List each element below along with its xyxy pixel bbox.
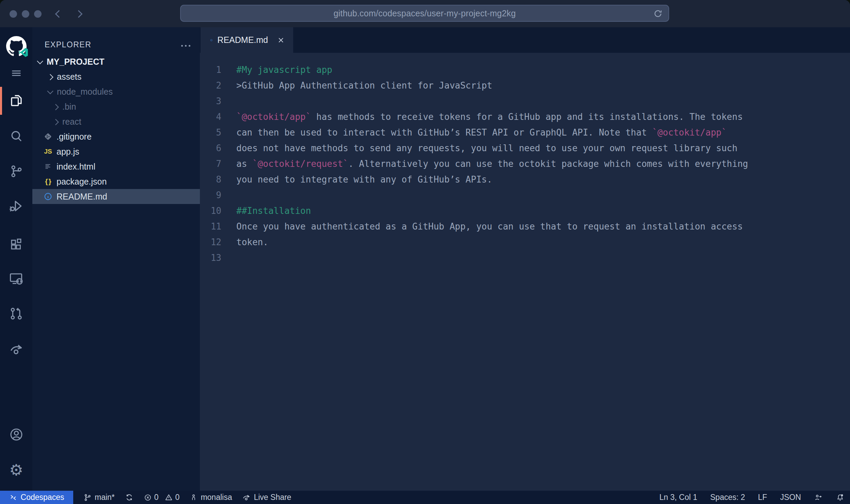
code-line: 13 (200, 250, 850, 266)
line-number: 5 (200, 125, 221, 140)
language-mode[interactable]: JSON (780, 493, 801, 502)
json-file-icon: { } (44, 177, 52, 186)
notifications-button[interactable] (836, 493, 845, 502)
feedback-person-icon (814, 493, 823, 502)
code-line: 2>GitHub App Authentication client for J… (200, 78, 850, 93)
code-text: token. (236, 237, 268, 247)
settings-gear-icon[interactable]: ⚙ (0, 460, 32, 479)
feedback-button[interactable] (814, 493, 823, 502)
sync-button[interactable] (125, 493, 133, 502)
browser-chrome: github.com/codespaces/user-my-project-mg… (0, 0, 850, 27)
tab-bar: README.md (200, 27, 850, 53)
live-share-icon[interactable] (0, 340, 32, 359)
tab-readme-md[interactable]: README.md (201, 27, 293, 53)
url-text: github.com/codespaces/user-my-project-mg… (333, 9, 516, 18)
tree-folder-react[interactable]: react (32, 114, 200, 129)
code-line: 8you need to integrate with any of GitHu… (200, 172, 850, 187)
sidebar-header: EXPLORER (32, 27, 200, 54)
code-text: `@octokit/app` (236, 112, 311, 122)
eol-indicator[interactable]: LF (758, 493, 767, 502)
sidebar-title: EXPLORER (45, 40, 91, 49)
window-close-button[interactable] (10, 10, 17, 18)
menu-icon[interactable] (0, 64, 32, 83)
indentation-indicator[interactable]: Spaces: 2 (710, 493, 745, 502)
search-icon[interactable] (0, 127, 32, 146)
code-line: 1#My javascript app (200, 62, 850, 78)
code-line: 11Once you have authenticated as a GitHu… (200, 219, 850, 234)
tree-label: README.md (57, 192, 107, 202)
browser-forward-button[interactable] (74, 8, 86, 20)
live-share-label: Live Share (254, 493, 291, 502)
tree-file-readme-md[interactable]: README.md (32, 189, 200, 204)
extensions-icon[interactable] (0, 235, 32, 254)
chevron-right-icon (52, 118, 60, 125)
error-icon (144, 493, 152, 502)
tree-folder-assets[interactable]: assets (32, 69, 200, 84)
info-file-icon (210, 36, 212, 44)
tree-root-my-project[interactable]: MY_PROJECT (32, 54, 200, 69)
explorer-sidebar: EXPLORER MY_PROJECT assets node_modules (32, 27, 200, 491)
address-bar[interactable]: github.com/codespaces/user-my-project-mg… (180, 5, 669, 22)
line-number: 9 (200, 187, 221, 203)
line-number: 6 (200, 140, 221, 156)
line-number: 2 (200, 78, 221, 93)
run-debug-icon[interactable] (0, 196, 32, 216)
window-minimize-button[interactable] (22, 10, 29, 18)
chevron-down-icon (36, 58, 44, 65)
chevron-down-icon (47, 88, 54, 95)
codespaces-label: Codespaces (21, 493, 64, 502)
user-indicator[interactable]: monalisa (190, 493, 232, 502)
problems-indicator[interactable]: 0 0 (144, 493, 180, 502)
tree-label: index.html (57, 162, 95, 172)
tree-label: node_modules (57, 87, 113, 97)
github-codespaces-logo[interactable] (0, 36, 32, 57)
line-number: 3 (200, 93, 221, 109)
remote-brackets-icon (9, 493, 17, 502)
line-number: 11 (200, 219, 221, 234)
more-actions-icon[interactable] (180, 42, 191, 49)
chevron-right-icon (47, 73, 54, 80)
code-line: 4`@octokit/app` has methods to receive t… (200, 109, 850, 125)
tree-label: react (62, 117, 81, 127)
pull-requests-icon[interactable] (0, 304, 32, 323)
tree-label: app.js (57, 147, 79, 157)
explorer-icon[interactable] (0, 91, 32, 110)
browser-back-button[interactable] (52, 8, 63, 20)
tree-label: assets (57, 72, 81, 82)
codespaces-remote-button[interactable]: Codespaces (0, 491, 73, 504)
remote-explorer-icon[interactable] (0, 269, 32, 288)
tree-file-package-json[interactable]: { } package.json (32, 174, 200, 189)
gear-icon: ⚙ (9, 462, 23, 478)
vscode-logo-icon (18, 47, 29, 58)
tab-close-icon[interactable] (277, 36, 285, 44)
code-line: 7as `@octokit/request`. Alternatively yo… (200, 156, 850, 172)
account-icon[interactable] (0, 425, 32, 444)
window-controls[interactable] (10, 10, 42, 18)
tree-folder-bin[interactable]: .bin (32, 99, 200, 114)
line-number: 7 (200, 156, 221, 172)
line-number: 4 (200, 109, 221, 125)
javascript-file-icon: JS (44, 147, 52, 156)
window-maximize-button[interactable] (34, 10, 42, 18)
branch-label: main* (95, 493, 115, 502)
tree-file-app-js[interactable]: JS app.js (32, 144, 200, 159)
cursor-position[interactable]: Ln 3, Col 1 (659, 493, 697, 502)
user-label: monalisa (201, 493, 232, 502)
warning-icon (164, 493, 173, 502)
line-number: 13 (200, 250, 221, 266)
source-control-icon[interactable] (0, 162, 32, 181)
code-text: can then be used to interact with GitHub… (236, 127, 652, 138)
chevron-right-icon (52, 103, 60, 110)
live-share-icon (242, 493, 251, 502)
tree-folder-node-modules[interactable]: node_modules (32, 84, 200, 99)
branch-indicator[interactable]: main* (83, 493, 115, 502)
sync-icon (125, 493, 133, 502)
tree-file-index-html[interactable]: index.html (32, 159, 200, 174)
line-number: 8 (200, 172, 221, 187)
code-text: does not have methods to send any reques… (236, 143, 737, 153)
reload-icon[interactable] (653, 9, 663, 19)
code-line: 9 (200, 187, 850, 203)
editor-content[interactable]: 1#My javascript app 2>GitHub App Authent… (200, 53, 850, 491)
tree-file-gitignore[interactable]: .gitignore (32, 129, 200, 144)
live-share-button[interactable]: Live Share (242, 493, 291, 502)
